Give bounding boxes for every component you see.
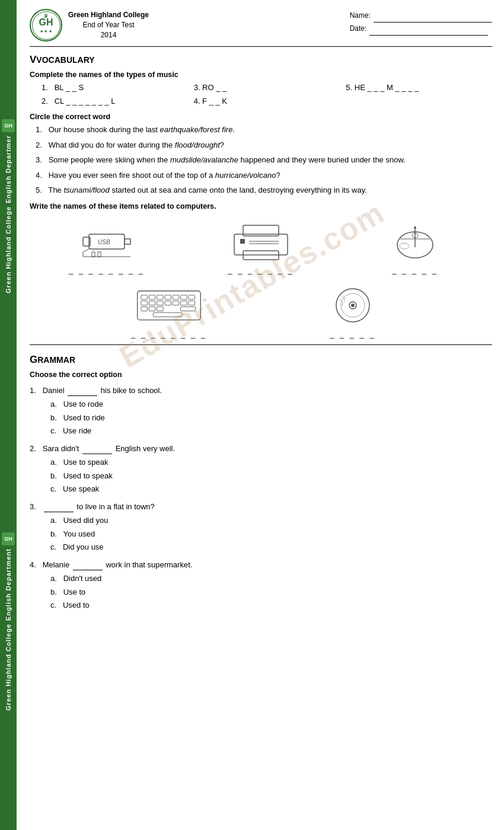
option-1a: a. Use to rode: [50, 398, 492, 410]
svg-rect-29: [165, 301, 171, 305]
header-left: ♛ GH ★ ★ ★ Green Highland College End of…: [30, 9, 149, 42]
circle-item-1: 1. Our house shook during the last earth…: [36, 124, 492, 136]
svg-rect-26: [141, 301, 148, 305]
svg-rect-25: [189, 295, 195, 299]
main-content: EduPrintables.com ♛ GH ★ ★ ★ Green Highl…: [18, 0, 504, 626]
question-4-options: a. Didn't used b. Use to c. Used to: [50, 573, 492, 611]
keyboard-drawing: [133, 280, 205, 328]
side-text-2: Green Highland College: [5, 206, 12, 293]
question-2-text: 2. Sara didn't English very well.: [30, 443, 492, 455]
cd-dashes: _ _ _ _ _: [308, 330, 397, 339]
svg-rect-33: [141, 307, 148, 311]
circle-item-4: 4. Have you ever seen fire shoot out of …: [36, 170, 492, 181]
mouse-dashes: _ _ _ _ _: [371, 266, 460, 274]
music-fill-list: 1. BL _ _ S 3. RO _ _ 5. HE _ _ _ M _ _ …: [42, 82, 492, 107]
circle-item-3: 3. Some people were skiing when the muds…: [36, 154, 492, 166]
grammar-title: GRAMMAR: [30, 354, 492, 366]
grammar-instruction: Choose the correct option: [30, 371, 492, 379]
side-text-1: English Departmer: [5, 135, 12, 203]
option-3a: a. Used did you: [50, 515, 492, 526]
mouse-drawing: [379, 216, 451, 264]
question-1: 1. Daniel his bike to school. a. Use to …: [30, 385, 492, 437]
school-logo: ♛ GH ★ ★ ★: [30, 9, 62, 42]
printer-item: _ _ _ _ _ _ _: [216, 216, 305, 274]
svg-rect-9: [240, 239, 245, 244]
svg-rect-32: [189, 301, 195, 305]
question-3-text: 3. to live in a flat in town?: [30, 501, 492, 513]
svg-rect-2: [125, 239, 130, 244]
date-field-row: Date:: [350, 23, 492, 36]
school-name: Green Highland College: [68, 10, 149, 20]
svg-rect-30: [173, 301, 179, 305]
svg-rect-36: [153, 312, 182, 317]
option-1b: b. Used to ride: [50, 412, 492, 424]
svg-rect-37: [181, 307, 196, 311]
option-1c: c. Use ride: [50, 425, 492, 437]
circle-instruction: Circle the correct word: [30, 113, 492, 121]
printer-dashes: _ _ _ _ _ _ _: [216, 266, 305, 274]
svg-rect-22: [165, 295, 171, 299]
option-2a: a. Use to speak: [50, 456, 492, 468]
test-year: 2014: [68, 30, 149, 40]
option-2c: c. Use speak: [50, 483, 492, 495]
vocabulary-title: VVocabulary: [30, 54, 492, 66]
option-4a: a. Didn't used: [50, 573, 492, 585]
header-right: Name: Date:: [350, 9, 492, 36]
crown-icon: ♛: [43, 12, 49, 19]
svg-rect-27: [149, 301, 155, 305]
computer-instruction: Write the names of these items related t…: [30, 202, 492, 210]
cd-drawing: [317, 280, 388, 328]
name-label: Name:: [350, 9, 371, 23]
name-field-row: Name:: [350, 9, 492, 23]
blank-1: [68, 388, 97, 396]
svg-rect-21: [157, 295, 164, 299]
option-3c: c. Did you use: [50, 541, 492, 553]
svg-point-17: [400, 243, 409, 249]
option-4c: c. Used to: [50, 599, 492, 611]
option-2b: b. Used to speak: [50, 470, 492, 482]
svg-text:USB: USB: [98, 239, 110, 245]
music-instruction: Complete the names of the types of music: [30, 71, 492, 79]
blank-4: [73, 562, 103, 570]
circle-item-5: 5. The tsunami/flood started out at sea …: [36, 184, 492, 196]
section-divider: [30, 344, 492, 345]
question-1-text: 1. Daniel his bike to school.: [30, 385, 492, 397]
side-text-3: English Department: [5, 548, 12, 621]
svg-rect-19: [141, 295, 148, 299]
blank-2: [82, 446, 112, 454]
keyboard-dashes: _ _ _ _ _ _ _ _: [125, 330, 213, 339]
svg-point-41: [351, 304, 355, 307]
option-4b: b. Use to: [50, 586, 492, 598]
date-input[interactable]: [369, 23, 488, 36]
circle-items-list: 1. Our house shook during the last earth…: [36, 124, 492, 196]
question-1-options: a. Use to rode b. Used to ride c. Use ri…: [50, 398, 492, 437]
svg-rect-20: [149, 295, 155, 299]
usb-item: USB _ _ _ _ _ _ _ _: [62, 216, 151, 274]
side-text-4: Green Highland College: [5, 624, 12, 711]
music-item-2: 2. CL _ _ _ _ _ _ _ L: [42, 95, 188, 107]
usb-dashes: _ _ _ _ _ _ _ _: [62, 266, 151, 274]
circle-item-2: 2. What did you do for water during the …: [36, 139, 492, 151]
svg-point-16: [414, 226, 416, 229]
svg-rect-23: [173, 295, 179, 299]
mouse-item: _ _ _ _ _: [371, 216, 460, 274]
keyboard-item: _ _ _ _ _ _ _ _: [125, 280, 213, 339]
test-type: End of Year Test: [68, 20, 149, 30]
grammar-section: GRAMMAR Choose the correct option 1. Dan…: [30, 354, 492, 611]
svg-rect-28: [157, 301, 164, 305]
name-input[interactable]: [374, 9, 492, 23]
side-label: GH English Departmer Green Highland Coll…: [0, 0, 17, 830]
music-item-5: 5. HE _ _ _ M _ _ _ _: [346, 82, 492, 93]
music-item-4: 4. F _ _ K: [194, 95, 340, 107]
music-item-3: 3. RO _ _: [194, 82, 340, 93]
computer-images-row1: USB _ _ _ _ _ _ _ _ _ _ _: [30, 216, 492, 274]
svg-rect-31: [181, 301, 187, 305]
svg-rect-34: [149, 307, 155, 311]
printer-drawing: [225, 216, 296, 264]
school-info: Green Highland College End of Year Test …: [68, 10, 149, 40]
svg-rect-6: [234, 234, 288, 255]
svg-rect-5: [98, 252, 101, 257]
question-4: 4. Melanie work in that supermarket. a. …: [30, 559, 492, 611]
header: ♛ GH ★ ★ ★ Green Highland College End of…: [30, 9, 492, 47]
cd-item: _ _ _ _ _: [308, 280, 397, 339]
